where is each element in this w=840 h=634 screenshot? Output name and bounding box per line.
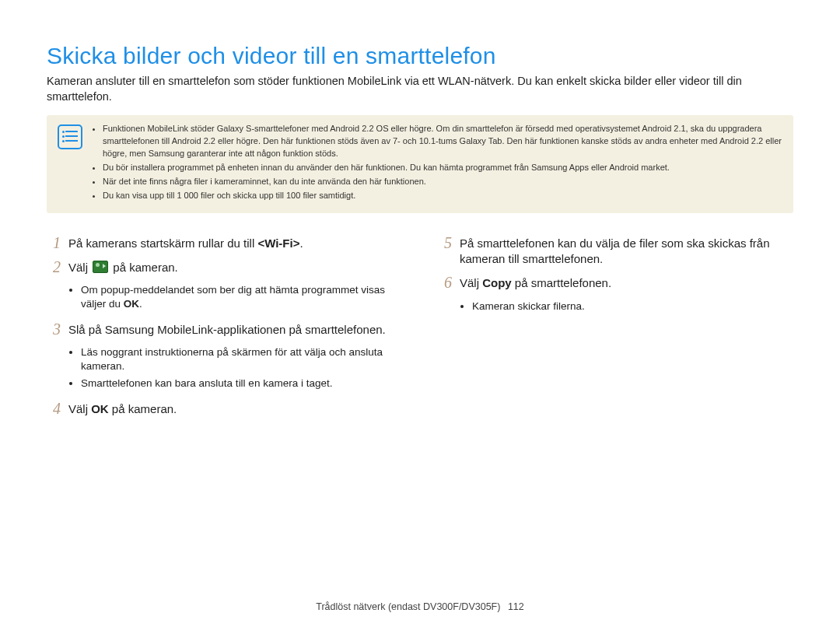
step-text-post: på kameran. [109, 402, 177, 415]
step-number: 1 [47, 235, 61, 251]
step-text-bold: <Wi-Fi> [257, 236, 299, 250]
steps-columns: 1 På kamerans startskärm rullar du till … [47, 235, 793, 425]
step-text-post: . [299, 236, 303, 250]
step-text-post: på kameran. [110, 261, 178, 274]
step-2: 2 Välj på kameran. [47, 259, 402, 275]
step-text-post: på smarttelefonen. [512, 276, 611, 289]
list-item: Läs noggrant instruktionerna på skärmen … [81, 345, 402, 373]
page-footer: Trådlöst nätverk (endast DV300F/DV305F) … [0, 601, 840, 612]
page-title: Skicka bilder och videor till en smartte… [47, 43, 793, 69]
step-text: På smarttelefonen kan du välja de filer … [460, 235, 793, 268]
step-number: 6 [438, 275, 452, 291]
note-box: Funktionen MobileLink stöder Galaxy S-sm… [47, 115, 793, 213]
note-item: Funktionen MobileLink stöder Galaxy S-sm… [103, 123, 782, 160]
list-item: Smarttelefonen kan bara ansluta till en … [81, 377, 402, 391]
right-column: 5 På smarttelefonen kan du välja de file… [438, 235, 793, 425]
page-number: 112 [508, 601, 524, 612]
step-text-pre: Välj [68, 261, 91, 274]
mobilelink-icon [93, 261, 108, 273]
step-4: 4 Välj OK på kameran. [47, 401, 402, 417]
step-5: 5 På smarttelefonen kan du välja de file… [438, 235, 793, 268]
note-bullet-list: Funktionen MobileLink stöder Galaxy S-sm… [92, 123, 782, 204]
step-number: 4 [47, 401, 61, 417]
step-number: 2 [47, 259, 61, 275]
list-item: Om popup-meddelandet som ber dig att häm… [81, 283, 402, 311]
intro-paragraph: Kameran ansluter till en smarttelefon so… [47, 74, 793, 104]
note-item: Du kan visa upp till 1 000 filer och ski… [103, 190, 782, 202]
bullet-post: . [139, 298, 142, 310]
step-3-bullets: Läs noggrant instruktionerna på skärmen … [47, 345, 402, 391]
step-number: 5 [438, 235, 452, 268]
list-item: Kameran skickar filerna. [472, 299, 793, 313]
footer-section: Trådlöst nätverk (endast DV300F/DV305F) [316, 601, 500, 612]
note-item: Du bör installera programmet på enheten … [103, 162, 782, 174]
step-1: 1 På kamerans startskärm rullar du till … [47, 235, 402, 251]
step-text: Välj Copy på smarttelefonen. [460, 275, 611, 291]
left-column: 1 På kamerans startskärm rullar du till … [47, 235, 402, 425]
step-text-pre: Välj [460, 276, 482, 289]
step-2-bullets: Om popup-meddelandet som ber dig att häm… [47, 283, 402, 311]
step-6-bullets: Kameran skickar filerna. [438, 299, 793, 313]
step-text-bold: OK [91, 402, 109, 415]
step-text-pre: På kamerans startskärm rullar du till [68, 236, 257, 250]
step-number: 3 [47, 321, 61, 338]
step-text: På kamerans startskärm rullar du till <W… [68, 235, 303, 251]
step-3: 3 Slå på Samsung MobileLink-applikatione… [47, 321, 402, 338]
step-text: Slå på Samsung MobileLink-applikationen … [68, 321, 386, 338]
step-text: Välj OK på kameran. [68, 401, 177, 417]
step-6: 6 Välj Copy på smarttelefonen. [438, 275, 793, 291]
note-list-icon [58, 124, 82, 149]
step-text: Välj på kameran. [68, 259, 178, 275]
step-text-bold: Copy [482, 276, 512, 289]
note-item: När det inte finns några filer i kameram… [103, 176, 782, 188]
step-text-pre: Välj [68, 402, 91, 415]
document-page: Skicka bilder och videor till en smartte… [0, 0, 840, 634]
bullet-bold: OK [124, 298, 139, 310]
